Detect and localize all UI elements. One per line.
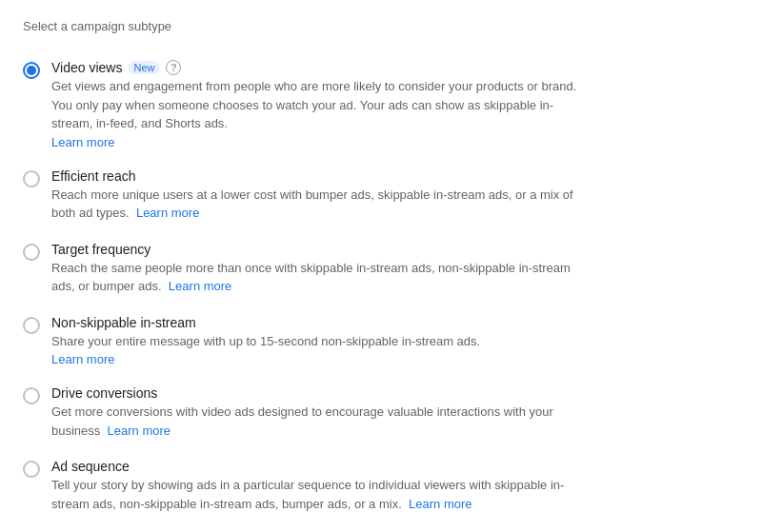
option-item-ad-sequence[interactable]: Ad sequence Tell your story by showing a… bbox=[23, 449, 739, 522]
option-header: Target frequency bbox=[51, 242, 585, 257]
option-title-ad-sequence: Ad sequence bbox=[51, 459, 130, 474]
radio-outer bbox=[23, 317, 40, 334]
option-header: Drive conversions bbox=[51, 385, 585, 401]
option-desc-target-frequency: Reach the same people more than once wit… bbox=[51, 259, 585, 296]
option-desc-ad-sequence: Tell your story by showing ads in a part… bbox=[51, 476, 585, 513]
radio-outer bbox=[23, 62, 40, 79]
learn-more-video-views[interactable]: Learn more bbox=[51, 135, 585, 149]
radio-video-views[interactable] bbox=[23, 62, 40, 79]
option-desc-drive-conversions: Get more conversions with video ads desi… bbox=[51, 403, 585, 440]
option-item-efficient-reach[interactable]: Efficient reach Reach more unique users … bbox=[23, 159, 739, 232]
learn-more-ad-sequence[interactable]: Learn more bbox=[409, 497, 471, 511]
option-desc-non-skippable: Share your entire message with up to 15-… bbox=[51, 332, 480, 351]
option-content-target-frequency: Target frequency Reach the same people m… bbox=[51, 242, 585, 296]
radio-outer bbox=[23, 387, 40, 404]
radio-efficient-reach[interactable] bbox=[23, 170, 40, 187]
option-content-drive-conversions: Drive conversions Get more conversions w… bbox=[51, 385, 585, 440]
radio-ad-sequence[interactable] bbox=[23, 461, 40, 478]
page-title: Select a campaign subtype bbox=[23, 19, 739, 33]
help-icon-video-views[interactable]: ? bbox=[166, 60, 181, 75]
option-header: Video views New ? bbox=[51, 60, 585, 75]
option-content-ad-sequence: Ad sequence Tell your story by showing a… bbox=[51, 459, 585, 513]
option-title-drive-conversions: Drive conversions bbox=[51, 385, 157, 401]
option-title-efficient-reach: Efficient reach bbox=[51, 168, 135, 184]
radio-drive-conversions[interactable] bbox=[23, 387, 40, 404]
option-item-video-views[interactable]: Video views New ? Get views and engageme… bbox=[23, 50, 739, 159]
radio-outer bbox=[23, 244, 40, 261]
option-content-non-skippable: Non-skippable in-stream Share your entir… bbox=[51, 315, 480, 367]
option-content-efficient-reach: Efficient reach Reach more unique users … bbox=[51, 168, 585, 223]
option-title-video-views: Video views bbox=[51, 60, 122, 75]
option-list: Video views New ? Get views and engageme… bbox=[23, 50, 739, 532]
option-header: Ad sequence bbox=[51, 459, 585, 474]
learn-more-target-frequency[interactable]: Learn more bbox=[169, 279, 231, 293]
radio-outer bbox=[23, 170, 40, 187]
option-title-target-frequency: Target frequency bbox=[51, 242, 150, 257]
learn-more-non-skippable[interactable]: Learn more bbox=[51, 352, 480, 366]
radio-outer bbox=[23, 461, 40, 478]
option-item-non-skippable[interactable]: Non-skippable in-stream Share your entir… bbox=[23, 305, 739, 377]
option-item-drive-conversions[interactable]: Drive conversions Get more conversions w… bbox=[23, 376, 739, 449]
learn-more-drive-conversions[interactable]: Learn more bbox=[108, 424, 170, 438]
radio-target-frequency[interactable] bbox=[23, 244, 40, 261]
option-desc-video-views: Get views and engagement from people who… bbox=[51, 77, 585, 133]
option-content-video-views: Video views New ? Get views and engageme… bbox=[51, 60, 585, 149]
option-header: Non-skippable in-stream bbox=[51, 315, 480, 330]
radio-non-skippable[interactable] bbox=[23, 317, 40, 334]
option-item-audio[interactable]: Audio Reach your audience while they're … bbox=[23, 522, 739, 532]
option-desc-efficient-reach: Reach more unique users at a lower cost … bbox=[51, 186, 585, 223]
option-item-target-frequency[interactable]: Target frequency Reach the same people m… bbox=[23, 232, 739, 305]
radio-inner bbox=[27, 66, 36, 75]
option-title-non-skippable: Non-skippable in-stream bbox=[51, 315, 196, 330]
option-header: Efficient reach bbox=[51, 168, 585, 184]
learn-more-efficient-reach[interactable]: Learn more bbox=[136, 206, 199, 220]
badge-new: New bbox=[128, 61, 160, 74]
